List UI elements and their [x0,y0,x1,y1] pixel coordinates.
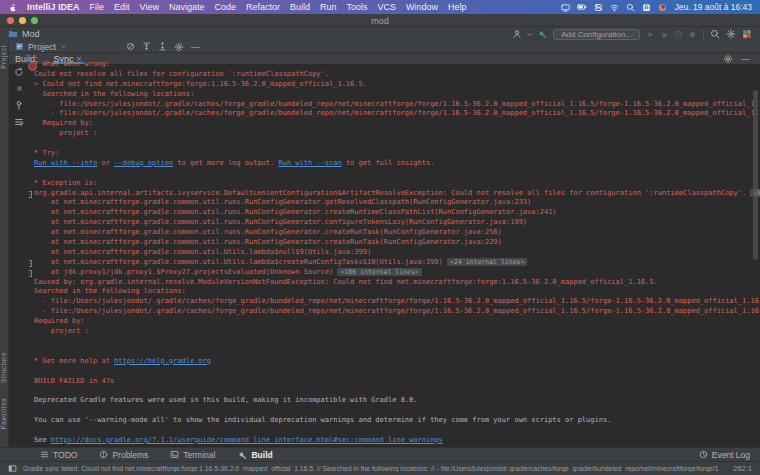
battery-icon[interactable] [577,2,587,12]
build-hammer-icon[interactable] [537,29,547,39]
terminal-icon[interactable] [170,450,179,459]
pin-icon[interactable] [14,100,24,110]
build-icon[interactable] [237,450,247,460]
menu-intellij-idea[interactable]: IntelliJ IDEA [27,2,80,12]
apple-icon[interactable] [8,3,17,12]
console-line: You can use '--warning-mode all' to show… [34,416,760,426]
settings-icon[interactable] [726,29,736,39]
console-line: at net.minecraftforge.gradle.common.util… [34,248,760,258]
tool-window-tab-todo[interactable]: TODO [40,450,77,460]
console-text: - file:/Users/julesjondot/.gradle/caches… [34,100,760,108]
console-text: * Try: [34,149,59,157]
console-link[interactable]: --debug option [114,159,173,167]
console-text: Required by: [34,317,85,325]
console-text: at net.minecraftforge.gradle.common.util… [34,248,371,256]
toolbar-separator [703,30,704,39]
console-text: See [34,436,51,444]
folder-icon [8,29,18,39]
macos-menu-bar: IntelliJ IDEAFileEditViewNavigateCodeRef… [0,0,760,14]
menu-build[interactable]: Build [290,2,310,12]
fold-icon[interactable]: − [29,191,32,198]
chevron-down-icon[interactable] [526,31,533,38]
stripe-item-project[interactable]: Project [0,45,9,69]
input-source-icon[interactable] [642,3,651,12]
menu-bar-status-area: Jeu. 19 août à 16:43 [561,2,752,12]
menu-help[interactable]: Help [448,2,467,12]
event-log-button[interactable]: Event Log [699,450,750,460]
console-line [34,426,760,436]
tool-window-tab-build[interactable]: Build [237,450,272,460]
rerun-icon[interactable] [14,67,24,77]
stripe-item-favorites[interactable]: Favorites [0,398,9,429]
collapse-all-icon[interactable] [158,42,167,51]
console-link[interactable]: Run with --info [34,159,97,167]
console-text: - file:/Users/julesjondot/.gradle/caches… [34,109,760,117]
console-line [34,406,760,416]
console-line: * Exception is: [34,179,760,189]
problems-icon[interactable] [99,450,108,459]
ide-window: IntelliJ IDEAFileEditViewNavigateCodeRef… [0,0,760,475]
debug-icon[interactable] [660,30,669,39]
menu-refactor[interactable]: Refactor [246,2,280,12]
menu-run[interactable]: Run [320,2,337,12]
console-link[interactable]: Run with --scan [278,159,341,167]
menu-edit[interactable]: Edit [114,2,130,12]
menu-file[interactable]: File [90,2,105,12]
run-toolbar: Add Configuration... [512,29,752,40]
console-output[interactable]: * What went wrong:Could not resolve all … [29,60,760,447]
avatar-icon[interactable] [742,29,752,39]
menu-code[interactable]: Code [214,2,236,12]
console-line: Could not resolve all files for configur… [34,70,760,80]
console-link[interactable]: https://docs.gradle.org/7.1.1/userguide/… [51,436,443,444]
console-text: at net.minecraftforge.gradle.common.util… [34,198,531,206]
todo-icon[interactable] [40,450,49,459]
menu-navigate[interactable]: Navigate [169,2,205,12]
status-message[interactable]: Gradle sync failed: Could not find net.m… [23,465,719,472]
expand-all-icon[interactable] [142,42,151,51]
fold-icon[interactable]: − [29,270,32,277]
error-indicator-icon[interactable] [28,62,37,71]
status-bar: Gradle sync failed: Could not find net.m… [0,461,760,475]
search-icon[interactable] [710,29,720,39]
menu-tools[interactable]: Tools [347,2,368,12]
menu-view[interactable]: View [140,2,159,12]
console-line: − at jdk.proxy1/jdk.proxy1.$Proxy27.proj… [34,268,760,278]
spotlight-icon[interactable] [626,3,635,12]
add-configuration-button[interactable]: Add Configuration... [553,29,640,40]
console-line: * Try: [34,149,760,159]
settings-icon[interactable] [174,42,184,52]
stop-icon[interactable] [15,84,24,93]
console-line: See https://docs.gradle.org/7.1.1/usergu… [34,436,760,446]
console-text: BUILD FAILED in 47s [34,377,114,385]
profiler-icon[interactable] [674,30,683,39]
menu-window[interactable]: Window [406,2,438,12]
soft-wrap-icon[interactable] [14,117,24,127]
project-panel-header[interactable]: Project — [9,41,760,53]
tool-window-toggle-icon[interactable] [8,464,17,473]
wifi-icon[interactable] [610,3,619,12]
browser-icon[interactable] [658,3,667,12]
eventlog-icon[interactable] [699,450,708,459]
stop-icon[interactable] [688,30,697,39]
caret-position[interactable]: 262:1 [725,464,752,473]
scrollbar-thumb[interactable] [753,90,758,260]
console-text: org.gradle.api.internal.artifacts.ivyser… [34,189,750,197]
menu-vcs[interactable]: VCS [378,2,397,12]
locate-icon[interactable] [126,42,135,51]
project-breadcrumb[interactable]: Mod [8,29,40,39]
tab-label: Build [251,450,272,460]
console-line: at net.minecraftforge.gradle.common.util… [34,198,760,208]
console-text: <24 internal lines> [447,258,527,266]
user-icon[interactable] [512,29,522,39]
console-line: Caused by: org.gradle.internal.resolve.M… [34,278,760,288]
chevron-down-icon[interactable] [60,43,67,50]
console-link[interactable]: https://help.gradle.org [114,357,211,365]
fold-icon[interactable]: − [29,260,32,267]
run-icon[interactable] [646,30,655,39]
control-center-icon[interactable] [594,3,603,12]
stripe-item-structure[interactable]: Structure [0,352,9,383]
tool-window-tab-problems[interactable]: Problems [99,450,148,460]
tool-window-tab-terminal[interactable]: Terminal [170,450,215,460]
menu-bar-clock[interactable]: Jeu. 19 août à 16:43 [674,2,752,12]
screen-mirroring-icon[interactable] [561,3,570,12]
